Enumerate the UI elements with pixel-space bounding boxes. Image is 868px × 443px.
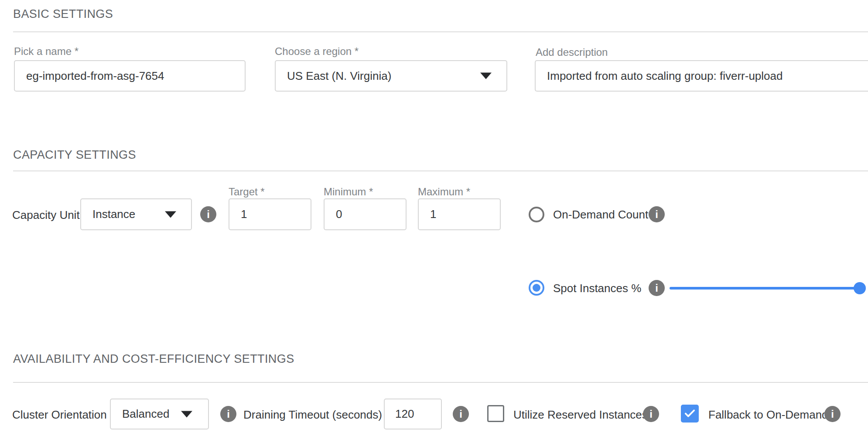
- basic-settings-title: BASIC SETTINGS: [13, 7, 113, 21]
- availability-settings-title: AVAILABILITY AND COST-EFFICIENCY SETTING…: [13, 352, 294, 366]
- target-input[interactable]: 1: [229, 198, 311, 230]
- spot-percentage-slider-track[interactable]: [670, 287, 860, 290]
- cluster-orientation-label: Cluster Orientation: [12, 408, 107, 422]
- capacity-unit-select[interactable]: Instance: [80, 198, 192, 230]
- fallback-on-demand-info-icon[interactable]: i: [824, 406, 841, 422]
- region-select[interactable]: US East (N. Virginia): [275, 60, 507, 92]
- spot-instances-label: Spot Instances %: [553, 282, 641, 295]
- name-input-value: eg-imported-from-asg-7654: [26, 69, 164, 83]
- info-glyph: i: [207, 208, 210, 221]
- info-glyph: i: [649, 408, 653, 420]
- spot-percentage-slider-handle[interactable]: [854, 282, 866, 294]
- draining-timeout-value: 120: [395, 407, 414, 421]
- utilize-reserved-label: Utilize Reserved Instances: [513, 408, 648, 422]
- name-input[interactable]: eg-imported-from-asg-7654: [14, 60, 246, 92]
- minimum-input-value: 0: [336, 208, 342, 221]
- description-input-value: Imported from auto scaling group: fiverr…: [547, 69, 783, 83]
- check-icon: [683, 407, 696, 420]
- capacity-unit-value: Instance: [92, 208, 135, 221]
- maximum-field-label: Maximum *: [418, 186, 470, 198]
- minimum-input[interactable]: 0: [324, 198, 407, 230]
- info-glyph: i: [655, 208, 658, 221]
- chevron-down-icon: [181, 411, 192, 417]
- section-divider: [13, 31, 868, 32]
- spot-instances-info-icon[interactable]: i: [649, 280, 665, 296]
- capacity-settings-title: CAPACITY SETTINGS: [13, 148, 136, 162]
- target-field-label: Target *: [229, 186, 265, 198]
- info-glyph: i: [655, 282, 658, 294]
- info-glyph: i: [831, 408, 834, 420]
- target-input-value: 1: [241, 208, 247, 221]
- chevron-down-icon: [165, 211, 176, 218]
- region-select-value: US East (N. Virginia): [287, 69, 391, 83]
- utilize-reserved-info-icon[interactable]: i: [643, 406, 659, 422]
- info-glyph: i: [459, 408, 462, 420]
- fallback-on-demand-label: Fallback to On-Demand: [708, 408, 828, 422]
- on-demand-count-info-icon[interactable]: i: [649, 206, 665, 222]
- cluster-orientation-value: Balanced: [122, 407, 169, 421]
- elastigroup-settings-form: BASIC SETTINGS Pick a name * eg-imported…: [0, 0, 868, 443]
- section-divider: [13, 170, 868, 171]
- draining-timeout-label: Draining Timeout (seconds): [243, 408, 382, 422]
- fallback-on-demand-checkbox[interactable]: [681, 405, 699, 423]
- section-divider: [13, 382, 868, 383]
- capacity-unit-label: Capacity Unit: [12, 208, 80, 222]
- name-field-label: Pick a name *: [14, 45, 79, 58]
- minimum-field-label: Minimum *: [324, 186, 373, 198]
- spot-instances-radio[interactable]: [529, 280, 544, 296]
- cluster-orientation-info-icon[interactable]: i: [220, 406, 236, 422]
- draining-timeout-info-icon[interactable]: i: [453, 406, 469, 422]
- description-field-label: Add description: [536, 46, 608, 58]
- utilize-reserved-checkbox[interactable]: [487, 405, 504, 422]
- info-glyph: i: [227, 408, 230, 420]
- region-field-label: Choose a region *: [275, 45, 359, 58]
- chevron-down-icon: [480, 73, 492, 79]
- description-input[interactable]: Imported from auto scaling group: fiverr…: [535, 60, 868, 92]
- maximum-input[interactable]: 1: [418, 198, 501, 230]
- on-demand-count-radio[interactable]: [529, 207, 544, 222]
- capacity-unit-info-icon[interactable]: i: [200, 206, 216, 222]
- on-demand-count-label: On-Demand Count: [553, 208, 648, 222]
- maximum-input-value: 1: [430, 208, 436, 221]
- cluster-orientation-select[interactable]: Balanced: [110, 399, 209, 429]
- draining-timeout-input[interactable]: 120: [384, 399, 442, 429]
